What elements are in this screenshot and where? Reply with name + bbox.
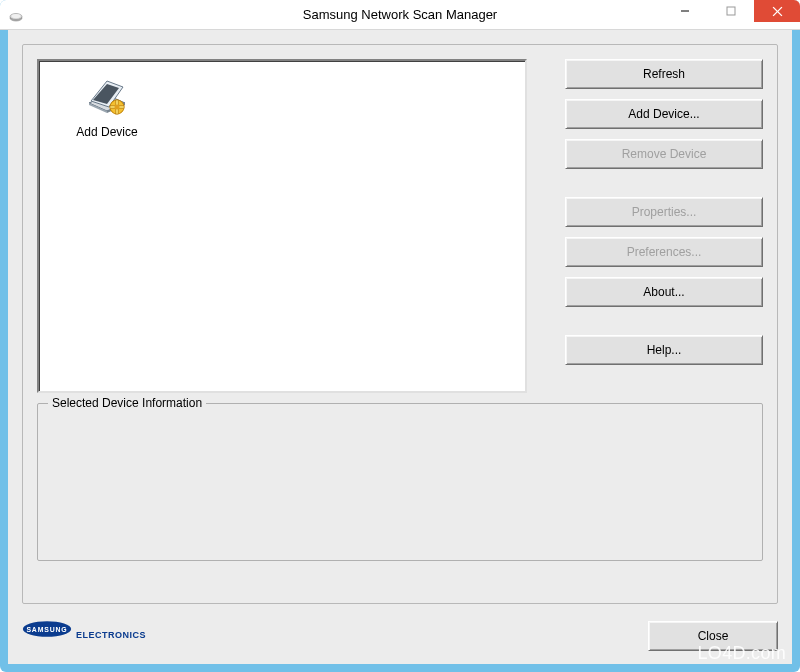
client-area: Add Device Refresh Add Device... Remove … [8,30,792,664]
selected-device-info-panel: Selected Device Information [37,403,763,561]
svg-point-2 [12,14,21,18]
add-device-button[interactable]: Add Device... [565,99,763,129]
scanner-add-icon [83,73,131,121]
device-item-add[interactable]: Add Device [57,73,157,139]
button-column: Refresh Add Device... Remove Device Prop… [565,59,763,375]
remove-device-button: Remove Device [565,139,763,169]
maximize-button[interactable] [708,0,754,22]
close-button[interactable]: Close [648,621,778,651]
device-item-label: Add Device [57,125,157,139]
close-window-button[interactable] [754,0,800,22]
properties-button: Properties... [565,197,763,227]
preferences-button: Preferences... [565,237,763,267]
app-icon [8,7,24,23]
titlebar[interactable]: Samsung Network Scan Manager [0,0,800,30]
about-button[interactable]: About... [565,277,763,307]
window-controls [662,0,800,22]
svg-text:SAMSUNG: SAMSUNG [26,626,67,633]
main-panel: Add Device Refresh Add Device... Remove … [22,44,778,604]
device-list[interactable]: Add Device [37,59,527,393]
samsung-logo: SAMSUNG ELECTRONICS [22,620,146,640]
refresh-button[interactable]: Refresh [565,59,763,89]
fieldset-legend: Selected Device Information [48,396,206,410]
footer: SAMSUNG ELECTRONICS Close [22,606,778,654]
svg-rect-4 [727,7,735,15]
application-window: Samsung Network Scan Manager [0,0,800,672]
brand-subtext: ELECTRONICS [76,630,146,640]
minimize-button[interactable] [662,0,708,22]
svg-point-15 [115,105,120,110]
help-button[interactable]: Help... [565,335,763,365]
